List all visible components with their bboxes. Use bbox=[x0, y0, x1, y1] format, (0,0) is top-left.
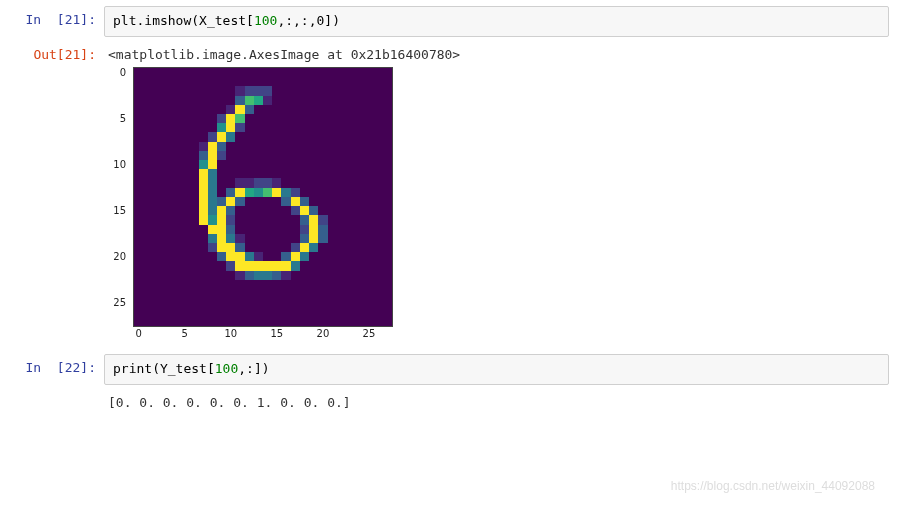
plot-output-21: 0510152025 0510152025 bbox=[104, 68, 889, 340]
code-text: ,:,:,0]) bbox=[277, 13, 340, 28]
x-axis-ticks: 0510152025 bbox=[134, 326, 392, 340]
watermark: https://blog.csdn.net/weixin_44092088 bbox=[671, 479, 875, 493]
imshow-heatmap bbox=[134, 68, 392, 326]
code-text: ,:]) bbox=[238, 361, 269, 376]
cell-21-input: In [21]: plt.imshow(X_test[100,:,:,0]) bbox=[10, 6, 889, 37]
input-prompt-21: In [21]: bbox=[10, 6, 104, 27]
output-prompt-21: Out[21]: bbox=[10, 41, 104, 62]
output-text-21: <matplotlib.image.AxesImage at 0x21b1640… bbox=[104, 41, 889, 62]
cell-21-output: Out[21]: <matplotlib.image.AxesImage at … bbox=[10, 41, 889, 62]
code-number: 100 bbox=[215, 361, 238, 376]
code-text: print(Y_test[ bbox=[113, 361, 215, 376]
code-text: plt.imshow(X_test[ bbox=[113, 13, 254, 28]
cell-22-output: [0. 0. 0. 0. 0. 0. 1. 0. 0. 0.] bbox=[10, 389, 889, 410]
output-text-22: [0. 0. 0. 0. 0. 0. 1. 0. 0. 0.] bbox=[104, 389, 889, 410]
code-number: 100 bbox=[254, 13, 277, 28]
code-input-22[interactable]: print(Y_test[100,:]) bbox=[104, 354, 889, 385]
output-prompt-blank bbox=[10, 389, 104, 395]
code-input-21[interactable]: plt.imshow(X_test[100,:,:,0]) bbox=[104, 6, 889, 37]
cell-22-input: In [22]: print(Y_test[100,:]) bbox=[10, 354, 889, 385]
input-prompt-22: In [22]: bbox=[10, 354, 104, 375]
